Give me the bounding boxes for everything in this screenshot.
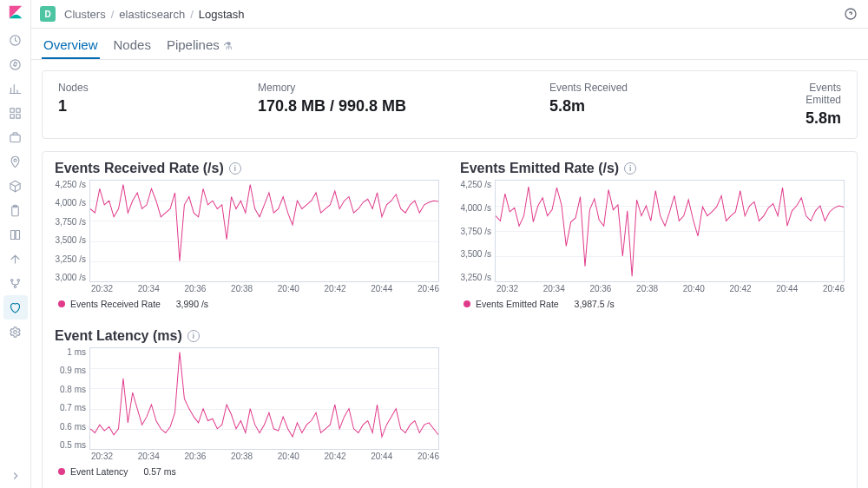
topbar: D Clusters / elasticsearch / Logstash: [31, 0, 868, 29]
ytick: 3,500 /s: [460, 249, 491, 259]
info-icon[interactable]: i: [624, 162, 636, 175]
xtick: 20:44: [371, 452, 392, 461]
space-selector[interactable]: D: [40, 6, 56, 22]
cube-icon[interactable]: [3, 174, 28, 198]
ytick: 4,250 /s: [460, 180, 491, 189]
svg-rect-2: [10, 108, 14, 111]
xtick: 20:34: [138, 284, 160, 293]
bar-chart-icon[interactable]: [3, 76, 28, 101]
kibana-logo[interactable]: [7, 3, 24, 21]
xtick: 20:34: [543, 284, 565, 293]
ytick: 0.8 ms: [60, 385, 86, 394]
fork-icon[interactable]: [3, 271, 28, 295]
svg-point-1: [10, 59, 20, 69]
ytick: 3,250 /s: [55, 254, 86, 264]
collapse-nav-icon[interactable]: [3, 464, 28, 488]
breadcrumb-clusters[interactable]: Clusters: [64, 8, 106, 21]
legend-series-value: 3,990 /s: [176, 299, 208, 309]
ytick: 1 ms: [67, 347, 86, 357]
pin-icon[interactable]: [3, 149, 28, 174]
xtick: 20:44: [776, 284, 798, 293]
svg-point-13: [14, 330, 17, 333]
grid-icon[interactable]: [3, 101, 28, 125]
svg-rect-3: [16, 108, 20, 111]
xtick: 20:42: [325, 452, 346, 461]
tab-overview[interactable]: Overview: [42, 34, 100, 59]
ytick: 3,750 /s: [460, 227, 491, 236]
tab-nodes[interactable]: Nodes: [112, 34, 153, 59]
ytick: 3,000 /s: [55, 273, 86, 282]
xtick: 20:42: [325, 284, 346, 293]
summary-panel: Nodes 1 Memory 170.8 MB / 990.8 MB Event…: [42, 70, 858, 139]
heart-icon[interactable]: [3, 295, 28, 320]
chart-title-text: Event Latency (ms): [55, 328, 182, 344]
charts-panel: Events Received Rate (/s)i4,250 /s4,000 …: [42, 151, 858, 488]
left-nav-rail: [0, 0, 31, 488]
summary-emitted-label: Events Emitted: [791, 82, 841, 106]
legend-series-name: Event Latency: [70, 466, 128, 477]
clock-icon[interactable]: [3, 28, 28, 52]
xtick: 20:42: [730, 284, 752, 293]
clipboard-icon[interactable]: [3, 198, 28, 222]
gear-icon[interactable]: [3, 320, 28, 344]
xtick: 20:32: [91, 452, 113, 461]
legend-color-dot: [58, 468, 65, 475]
xtick: 20:46: [418, 284, 439, 293]
breadcrumb-elasticsearch[interactable]: elasticsearch: [119, 8, 185, 21]
xtick: 20:38: [231, 284, 253, 293]
xtick: 20:38: [636, 284, 658, 293]
ytick: 0.7 ms: [60, 403, 86, 412]
xtick: 20:40: [683, 284, 705, 293]
summary-memory-label: Memory: [258, 82, 549, 94]
legend-color-dot: [58, 300, 65, 307]
briefcase-icon[interactable]: [3, 125, 28, 149]
legend-series-name: Events Emitted Rate: [476, 299, 559, 309]
ytick: 0.6 ms: [60, 422, 86, 432]
ytick: 3,500 /s: [55, 235, 86, 245]
chart-plot-area[interactable]: [89, 347, 439, 450]
chart-events_emitted_rate: Events Emitted Rate (/s)i4,250 /s4,000 /…: [460, 161, 845, 309]
ytick: 3,250 /s: [460, 273, 491, 282]
tab-bar: Overview Nodes Pipelines⚗: [31, 29, 868, 60]
chart-plot-area[interactable]: [495, 180, 845, 282]
xtick: 20:46: [418, 452, 439, 461]
xtick: 20:34: [138, 452, 160, 461]
chart-plot-area[interactable]: [89, 180, 439, 282]
summary-emitted-value: 5.8m: [791, 109, 841, 128]
ytick: 0.9 ms: [60, 366, 86, 375]
compass-icon[interactable]: [3, 52, 28, 76]
arrow-up-icon[interactable]: [3, 247, 28, 271]
xtick: 20:32: [91, 284, 113, 293]
xtick: 20:40: [278, 284, 299, 293]
svg-point-7: [14, 159, 16, 162]
summary-nodes-value: 1: [58, 97, 258, 115]
chart-event_latency: Event Latency (ms)i1 ms0.9 ms0.8 ms0.7 m…: [55, 328, 439, 477]
tab-pipelines[interactable]: Pipelines⚗: [165, 34, 234, 59]
svg-rect-4: [10, 114, 14, 117]
summary-received-value: 5.8m: [549, 97, 791, 115]
chart-legend: Events Emitted Rate 3,987.5 /s: [460, 299, 845, 309]
ytick: 4,000 /s: [55, 198, 86, 208]
xtick: 20:46: [823, 284, 845, 293]
xtick: 20:32: [496, 284, 518, 293]
summary-received-label: Events Received: [549, 82, 791, 94]
info-icon[interactable]: i: [229, 162, 241, 175]
legend-series-name: Events Received Rate: [70, 299, 161, 309]
chart-title-text: Events Received Rate (/s): [55, 161, 224, 176]
breadcrumb-current: Logstash: [199, 8, 245, 21]
xtick: 20:40: [278, 452, 299, 461]
info-icon[interactable]: i: [187, 330, 200, 342]
svg-rect-6: [10, 135, 20, 142]
xtick: 20:36: [184, 452, 206, 461]
summary-memory-value: 170.8 MB / 990.8 MB: [258, 97, 549, 115]
breadcrumb: Clusters / elasticsearch / Logstash: [64, 8, 245, 21]
ytick: 3,750 /s: [55, 217, 86, 227]
summary-nodes-label: Nodes: [58, 82, 258, 94]
help-icon[interactable]: [842, 5, 859, 23]
legend-series-value: 0.57 ms: [143, 466, 175, 477]
xtick: 20:38: [231, 452, 253, 461]
xtick: 20:44: [371, 284, 392, 293]
flip-icon[interactable]: [3, 222, 28, 247]
ytick: 4,000 /s: [460, 203, 491, 213]
chart-legend: Event Latency 0.57 ms: [55, 466, 439, 477]
